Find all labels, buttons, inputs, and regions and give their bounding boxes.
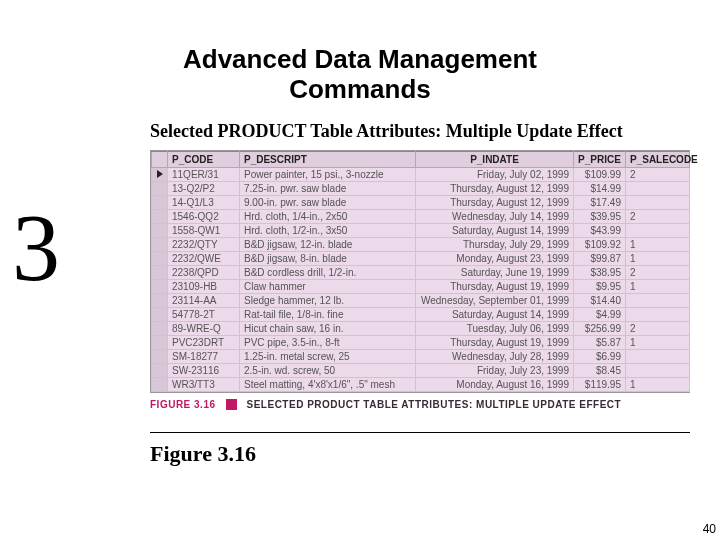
row-selector[interactable] [152,335,168,349]
table-row: 13-Q2/P27.25-in. pwr. saw bladeThursday,… [152,181,690,195]
cell-desc: Hrd. cloth, 1/4-in., 2x50 [240,209,416,223]
cell-sale: 1 [626,377,690,391]
cell-price: $39.95 [574,209,626,223]
row-selector[interactable] [152,251,168,265]
cell-price: $109.92 [574,237,626,251]
current-row-icon [157,170,163,178]
cell-desc: Sledge hammer, 12 lb. [240,293,416,307]
cell-date: Saturday, June 19, 1999 [416,265,574,279]
cell-desc: Steel matting, 4'x8'x1/6", .5" mesh [240,377,416,391]
row-selector[interactable] [152,279,168,293]
row-selector[interactable] [152,321,168,335]
cell-code: 2232/QTY [168,237,240,251]
slide-title: Advanced Data Management Commands [0,45,720,105]
row-selector[interactable] [152,181,168,195]
row-selector[interactable] [152,293,168,307]
figure-label: Figure 3.16 [150,441,720,467]
table-row: 54778-2TRat-tail file, 1/8-in. fineSatur… [152,307,690,321]
cell-code: PVC23DRT [168,335,240,349]
row-selector-header [152,151,168,167]
cell-sale [626,195,690,209]
cell-code: 23114-AA [168,293,240,307]
db-table-frame: P_CODE P_DESCRIPT P_INDATE P_PRICE P_SAL… [150,150,690,393]
row-selector[interactable] [152,195,168,209]
cell-sale: 1 [626,251,690,265]
table-row: 11QER/31Power painter, 15 psi., 3-nozzle… [152,167,690,181]
cell-code: 89-WRE-Q [168,321,240,335]
cell-code: SM-18277 [168,349,240,363]
cell-price: $17.49 [574,195,626,209]
title-line-1: Advanced Data Management [183,44,537,74]
page-number: 40 [703,522,716,536]
cell-desc: Hicut chain saw, 16 in. [240,321,416,335]
cell-price: $256.99 [574,321,626,335]
cell-sale [626,223,690,237]
title-line-2: Commands [289,74,431,104]
row-selector[interactable] [152,307,168,321]
cell-price: $9.95 [574,279,626,293]
table-row: 1546-QQ2Hrd. cloth, 1/4-in., 2x50Wednesd… [152,209,690,223]
cell-date: Thursday, July 29, 1999 [416,237,574,251]
row-selector[interactable] [152,167,168,181]
table-row: 14-Q1/L39.00-in. pwr. saw bladeThursday,… [152,195,690,209]
cell-date: Wednesday, July 14, 1999 [416,209,574,223]
table-row: 2232/QTYB&D jigsaw, 12-in. bladeThursday… [152,237,690,251]
cell-code: 14-Q1/L3 [168,195,240,209]
chapter-number: 3 [12,200,60,296]
row-selector[interactable] [152,363,168,377]
cell-price: $8.45 [574,363,626,377]
col-p-indate: P_INDATE [416,151,574,167]
cell-price: $5.87 [574,335,626,349]
cell-code: 1546-QQ2 [168,209,240,223]
cell-date: Wednesday, July 28, 1999 [416,349,574,363]
cell-desc: Rat-tail file, 1/8-in. fine [240,307,416,321]
cell-date: Saturday, August 14, 1999 [416,223,574,237]
cell-price: $6.99 [574,349,626,363]
table-row: PVC23DRTPVC pipe, 3.5-in., 8-ftThursday,… [152,335,690,349]
cell-price: $14.40 [574,293,626,307]
row-selector[interactable] [152,349,168,363]
cell-sale: 1 [626,335,690,349]
cell-sale: 1 [626,279,690,293]
table-row: 2232/QWEB&D jigsaw, 8-in. bladeMonday, A… [152,251,690,265]
cell-date: Thursday, August 19, 1999 [416,335,574,349]
row-selector[interactable] [152,265,168,279]
table-row: 89-WRE-QHicut chain saw, 16 in.Tuesday, … [152,321,690,335]
cell-price: $109.99 [574,167,626,181]
cell-price: $4.99 [574,307,626,321]
cell-date: Saturday, August 14, 1999 [416,307,574,321]
slide-subtitle: Selected PRODUCT Table Attributes: Multi… [150,121,720,142]
cell-sale [626,293,690,307]
cell-desc: 9.00-in. pwr. saw blade [240,195,416,209]
cell-date: Monday, August 16, 1999 [416,377,574,391]
cell-desc: B&D jigsaw, 8-in. blade [240,251,416,265]
cell-desc: PVC pipe, 3.5-in., 8-ft [240,335,416,349]
cell-date: Thursday, August 12, 1999 [416,181,574,195]
cell-price: $119.95 [574,377,626,391]
cell-code: 11QER/31 [168,167,240,181]
table-row: 1558-QW1Hrd. cloth, 1/2-in., 3x50Saturda… [152,223,690,237]
cell-date: Thursday, August 19, 1999 [416,279,574,293]
row-selector[interactable] [152,223,168,237]
cell-date: Thursday, August 12, 1999 [416,195,574,209]
cell-desc: Claw hammer [240,279,416,293]
cell-sale [626,363,690,377]
table-row: 2238/QPDB&D cordless drill, 1/2-in.Satur… [152,265,690,279]
cell-code: 2232/QWE [168,251,240,265]
table-row: SW-231162.5-in. wd. screw, 50Friday, Jul… [152,363,690,377]
caption-text: SELECTED PRODUCT TABLE ATTRIBUTES: MULTI… [247,399,622,410]
cell-date: Wednesday, September 01, 1999 [416,293,574,307]
col-p-descript: P_DESCRIPT [240,151,416,167]
caption-box-icon [226,399,237,410]
row-selector[interactable] [152,237,168,251]
table-row: SM-182771.25-in. metal screw, 25Wednesda… [152,349,690,363]
row-selector[interactable] [152,377,168,391]
row-selector[interactable] [152,209,168,223]
cell-sale: 2 [626,167,690,181]
cell-price: $38.95 [574,265,626,279]
product-table: P_CODE P_DESCRIPT P_INDATE P_PRICE P_SAL… [151,151,690,392]
cell-desc: B&D cordless drill, 1/2-in. [240,265,416,279]
cell-price: $14.99 [574,181,626,195]
table-row: WR3/TT3Steel matting, 4'x8'x1/6", .5" me… [152,377,690,391]
cell-code: 23109-HB [168,279,240,293]
